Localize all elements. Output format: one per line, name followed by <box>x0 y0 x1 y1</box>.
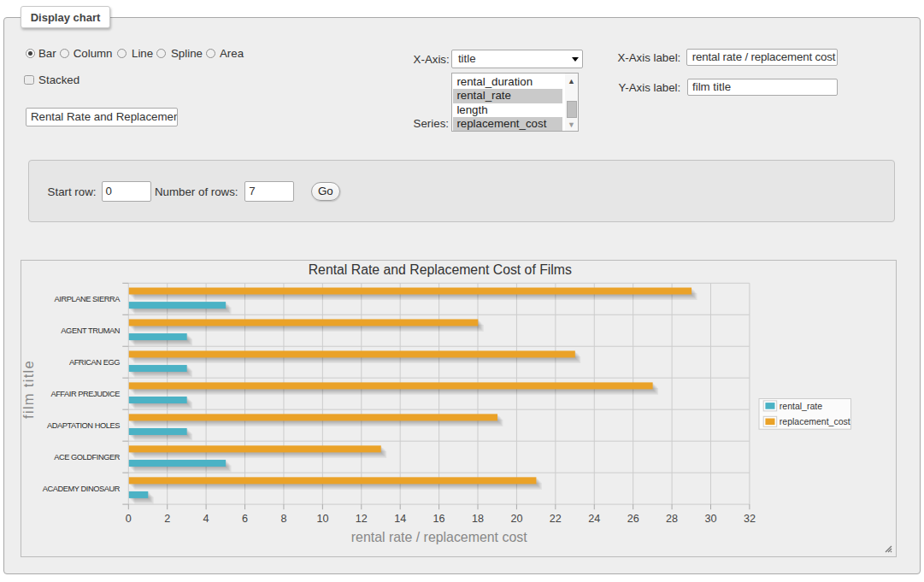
svg-text:20: 20 <box>510 513 522 525</box>
svg-text:replacement_cost: replacement_cost <box>780 416 850 426</box>
svg-text:2: 2 <box>164 513 170 525</box>
svg-text:22: 22 <box>550 513 562 525</box>
svg-text:AFFAIR PREJUDICE: AFFAIR PREJUDICE <box>50 390 120 398</box>
svg-text:18: 18 <box>472 513 484 525</box>
svg-text:12: 12 <box>356 513 368 525</box>
svg-text:6: 6 <box>242 513 248 525</box>
svg-text:ACADEMY DINOSAUR: ACADEMY DINOSAUR <box>43 485 121 493</box>
svg-text:14: 14 <box>394 513 406 525</box>
svg-text:rental_rate: rental_rate <box>780 401 822 411</box>
svg-text:0: 0 <box>126 513 132 525</box>
svg-text:24: 24 <box>588 513 600 525</box>
svg-text:ADAPTATION HOLES: ADAPTATION HOLES <box>47 421 120 430</box>
svg-text:10: 10 <box>316 513 328 525</box>
svg-text:26: 26 <box>627 513 639 525</box>
svg-text:8: 8 <box>280 513 286 525</box>
svg-text:AGENT TRUMAN: AGENT TRUMAN <box>61 326 120 335</box>
svg-text:Rental Rate and Replacement Co: Rental Rate and Replacement Cost of Film… <box>309 262 572 277</box>
svg-text:AFRICAN EGG: AFRICAN EGG <box>69 358 120 367</box>
svg-text:AIRPLANE SIERRA: AIRPLANE SIERRA <box>55 295 121 303</box>
svg-text:film title: film title <box>21 360 36 419</box>
svg-text:rental rate / replacement cost: rental rate / replacement cost <box>351 530 527 544</box>
svg-text:30: 30 <box>704 513 716 525</box>
svg-text:4: 4 <box>203 513 209 525</box>
svg-text:ACE GOLDFINGER: ACE GOLDFINGER <box>54 453 121 461</box>
svg-text:16: 16 <box>433 513 445 525</box>
svg-text:28: 28 <box>666 513 678 525</box>
svg-text:32: 32 <box>744 513 756 525</box>
